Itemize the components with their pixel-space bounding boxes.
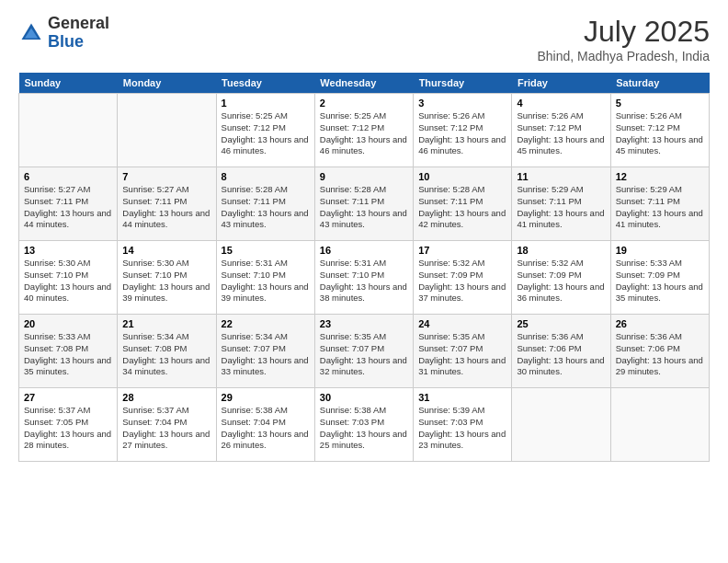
day-number: 25 bbox=[517, 318, 605, 329]
day-info: Sunrise: 5:26 AMSunset: 7:12 PMDaylight:… bbox=[616, 110, 704, 157]
calendar-week-3: 13 Sunrise: 5:30 AMSunset: 7:10 PMDaylig… bbox=[19, 241, 710, 315]
col-saturday: Saturday bbox=[610, 73, 709, 94]
day-number: 29 bbox=[222, 392, 310, 403]
logo: General Blue bbox=[18, 15, 109, 52]
calendar-cell: 9 Sunrise: 5:28 AMSunset: 7:11 PMDayligh… bbox=[314, 167, 413, 241]
calendar-cell: 11 Sunrise: 5:29 AMSunset: 7:11 PMDaylig… bbox=[512, 167, 610, 241]
day-number: 24 bbox=[418, 318, 506, 329]
calendar-cell: 7 Sunrise: 5:27 AMSunset: 7:11 PMDayligh… bbox=[118, 167, 216, 241]
calendar-cell: 19 Sunrise: 5:33 AMSunset: 7:09 PMDaylig… bbox=[610, 241, 709, 315]
day-number: 12 bbox=[616, 171, 704, 182]
day-info: Sunrise: 5:39 AMSunset: 7:03 PMDaylight:… bbox=[418, 405, 506, 452]
day-number: 1 bbox=[222, 98, 310, 109]
day-number: 21 bbox=[122, 318, 210, 329]
calendar-cell: 12 Sunrise: 5:29 AMSunset: 7:11 PMDaylig… bbox=[610, 167, 709, 241]
calendar-cell bbox=[118, 94, 216, 167]
day-info: Sunrise: 5:27 AMSunset: 7:11 PMDaylight:… bbox=[24, 184, 112, 231]
day-info: Sunrise: 5:28 AMSunset: 7:11 PMDaylight:… bbox=[418, 184, 506, 231]
logo-general: General bbox=[48, 15, 109, 33]
calendar-header-row: Sunday Monday Tuesday Wednesday Thursday… bbox=[19, 73, 710, 94]
day-info: Sunrise: 5:36 AMSunset: 7:06 PMDaylight:… bbox=[616, 331, 704, 378]
day-info: Sunrise: 5:27 AMSunset: 7:11 PMDaylight:… bbox=[122, 184, 210, 231]
calendar-cell: 27 Sunrise: 5:37 AMSunset: 7:05 PMDaylig… bbox=[19, 388, 118, 462]
calendar-cell bbox=[512, 388, 610, 462]
calendar-cell: 14 Sunrise: 5:30 AMSunset: 7:10 PMDaylig… bbox=[118, 241, 216, 315]
calendar-cell: 30 Sunrise: 5:38 AMSunset: 7:03 PMDaylig… bbox=[314, 388, 413, 462]
day-number: 4 bbox=[517, 98, 605, 109]
logo-blue: Blue bbox=[48, 33, 109, 52]
calendar-table: Sunday Monday Tuesday Wednesday Thursday… bbox=[18, 73, 710, 462]
day-info: Sunrise: 5:28 AMSunset: 7:11 PMDaylight:… bbox=[222, 184, 310, 231]
day-info: Sunrise: 5:35 AMSunset: 7:07 PMDaylight:… bbox=[320, 331, 408, 378]
col-thursday: Thursday bbox=[414, 73, 512, 94]
day-info: Sunrise: 5:37 AMSunset: 7:04 PMDaylight:… bbox=[122, 405, 210, 452]
calendar-cell: 31 Sunrise: 5:39 AMSunset: 7:03 PMDaylig… bbox=[414, 388, 512, 462]
calendar-cell bbox=[19, 94, 118, 167]
calendar-cell: 24 Sunrise: 5:35 AMSunset: 7:07 PMDaylig… bbox=[414, 315, 512, 388]
day-number: 3 bbox=[418, 98, 506, 109]
day-info: Sunrise: 5:34 AMSunset: 7:07 PMDaylight:… bbox=[222, 331, 310, 378]
calendar-cell: 28 Sunrise: 5:37 AMSunset: 7:04 PMDaylig… bbox=[118, 388, 216, 462]
day-info: Sunrise: 5:26 AMSunset: 7:12 PMDaylight:… bbox=[517, 110, 605, 157]
day-info: Sunrise: 5:31 AMSunset: 7:10 PMDaylight:… bbox=[320, 258, 408, 304]
day-info: Sunrise: 5:37 AMSunset: 7:05 PMDaylight:… bbox=[24, 405, 112, 452]
day-number: 20 bbox=[24, 318, 112, 329]
col-tuesday: Tuesday bbox=[216, 73, 314, 94]
calendar-cell: 29 Sunrise: 5:38 AMSunset: 7:04 PMDaylig… bbox=[216, 388, 314, 462]
day-number: 22 bbox=[222, 318, 310, 329]
calendar-cell: 26 Sunrise: 5:36 AMSunset: 7:06 PMDaylig… bbox=[610, 315, 709, 388]
day-number: 7 bbox=[122, 171, 210, 182]
day-number: 26 bbox=[616, 318, 704, 329]
calendar-cell: 1 Sunrise: 5:25 AMSunset: 7:12 PMDayligh… bbox=[216, 94, 314, 167]
calendar-cell: 6 Sunrise: 5:27 AMSunset: 7:11 PMDayligh… bbox=[19, 167, 118, 241]
day-info: Sunrise: 5:28 AMSunset: 7:11 PMDaylight:… bbox=[320, 184, 408, 231]
day-info: Sunrise: 5:26 AMSunset: 7:12 PMDaylight:… bbox=[418, 110, 506, 157]
calendar-cell: 3 Sunrise: 5:26 AMSunset: 7:12 PMDayligh… bbox=[414, 94, 512, 167]
calendar-week-5: 27 Sunrise: 5:37 AMSunset: 7:05 PMDaylig… bbox=[19, 388, 710, 462]
day-number: 14 bbox=[122, 245, 210, 256]
col-monday: Monday bbox=[118, 73, 216, 94]
col-sunday: Sunday bbox=[19, 73, 118, 94]
day-number: 30 bbox=[320, 392, 408, 403]
calendar-cell: 23 Sunrise: 5:35 AMSunset: 7:07 PMDaylig… bbox=[314, 315, 413, 388]
calendar-cell: 8 Sunrise: 5:28 AMSunset: 7:11 PMDayligh… bbox=[216, 167, 314, 241]
day-number: 5 bbox=[616, 98, 704, 109]
day-number: 11 bbox=[517, 171, 605, 182]
day-number: 8 bbox=[222, 171, 310, 182]
day-number: 23 bbox=[320, 318, 408, 329]
day-info: Sunrise: 5:35 AMSunset: 7:07 PMDaylight:… bbox=[418, 331, 506, 378]
calendar-cell: 22 Sunrise: 5:34 AMSunset: 7:07 PMDaylig… bbox=[216, 315, 314, 388]
day-info: Sunrise: 5:30 AMSunset: 7:10 PMDaylight:… bbox=[122, 258, 210, 304]
logo-icon bbox=[18, 20, 44, 46]
day-info: Sunrise: 5:32 AMSunset: 7:09 PMDaylight:… bbox=[418, 258, 506, 304]
day-info: Sunrise: 5:29 AMSunset: 7:11 PMDaylight:… bbox=[517, 184, 605, 231]
day-info: Sunrise: 5:33 AMSunset: 7:08 PMDaylight:… bbox=[24, 331, 112, 378]
calendar-cell: 4 Sunrise: 5:26 AMSunset: 7:12 PMDayligh… bbox=[512, 94, 610, 167]
day-info: Sunrise: 5:38 AMSunset: 7:04 PMDaylight:… bbox=[222, 405, 310, 452]
calendar-cell: 20 Sunrise: 5:33 AMSunset: 7:08 PMDaylig… bbox=[19, 315, 118, 388]
calendar-title: July 2025 bbox=[537, 15, 710, 49]
day-number: 2 bbox=[320, 98, 408, 109]
calendar-cell: 15 Sunrise: 5:31 AMSunset: 7:10 PMDaylig… bbox=[216, 241, 314, 315]
title-block: July 2025 Bhind, Madhya Pradesh, India bbox=[537, 15, 710, 63]
page: General Blue July 2025 Bhind, Madhya Pra… bbox=[0, 0, 728, 563]
day-info: Sunrise: 5:25 AMSunset: 7:12 PMDaylight:… bbox=[320, 110, 408, 157]
col-friday: Friday bbox=[512, 73, 610, 94]
day-info: Sunrise: 5:30 AMSunset: 7:10 PMDaylight:… bbox=[24, 258, 112, 304]
calendar-week-4: 20 Sunrise: 5:33 AMSunset: 7:08 PMDaylig… bbox=[19, 315, 710, 388]
day-number: 18 bbox=[517, 245, 605, 256]
calendar-cell: 2 Sunrise: 5:25 AMSunset: 7:12 PMDayligh… bbox=[314, 94, 413, 167]
day-number: 19 bbox=[616, 245, 704, 256]
calendar-cell: 17 Sunrise: 5:32 AMSunset: 7:09 PMDaylig… bbox=[414, 241, 512, 315]
day-number: 13 bbox=[24, 245, 112, 256]
calendar-cell bbox=[610, 388, 709, 462]
day-info: Sunrise: 5:34 AMSunset: 7:08 PMDaylight:… bbox=[122, 331, 210, 378]
day-info: Sunrise: 5:32 AMSunset: 7:09 PMDaylight:… bbox=[517, 258, 605, 304]
calendar-cell: 16 Sunrise: 5:31 AMSunset: 7:10 PMDaylig… bbox=[314, 241, 413, 315]
day-number: 17 bbox=[418, 245, 506, 256]
calendar-cell: 25 Sunrise: 5:36 AMSunset: 7:06 PMDaylig… bbox=[512, 315, 610, 388]
day-number: 10 bbox=[418, 171, 506, 182]
day-number: 28 bbox=[122, 392, 210, 403]
day-number: 6 bbox=[24, 171, 112, 182]
calendar-cell: 5 Sunrise: 5:26 AMSunset: 7:12 PMDayligh… bbox=[610, 94, 709, 167]
